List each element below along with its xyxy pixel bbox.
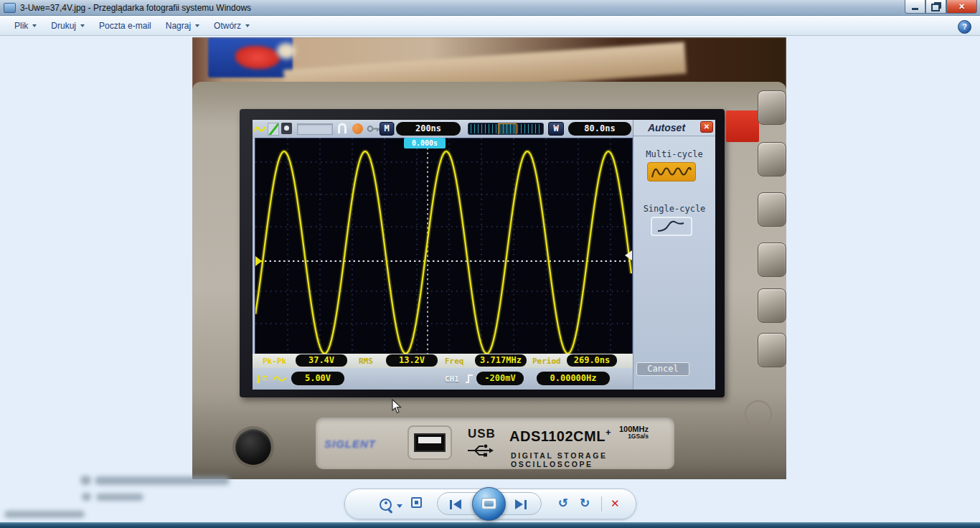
minimize-icon — [912, 8, 918, 10]
scope-type-label: DIGITAL STORAGE OSCILLOSCOPE — [511, 451, 674, 468]
minimize-button[interactable] — [905, 0, 925, 14]
usb-port — [407, 425, 452, 460]
acquire-dot-icon — [352, 123, 363, 134]
close-icon: ✕ — [958, 2, 965, 11]
magnifier-handle — [387, 508, 393, 514]
meas-value-rms: 13.2V — [386, 354, 438, 367]
autoset-cancel-button: Cancel — [636, 362, 689, 376]
bandwidth-label: 100MHz — [619, 425, 649, 433]
mouse-cursor — [392, 399, 403, 415]
graticule — [255, 138, 633, 355]
background-window-item — [96, 494, 143, 501]
menu-nagraj[interactable]: Nagraj — [159, 18, 207, 34]
background-window-item-icon — [80, 476, 91, 485]
next-icon — [524, 500, 527, 509]
background-blue-box — [208, 37, 293, 77]
chevron-down-icon — [32, 24, 37, 27]
close-button[interactable]: ✕ — [946, 0, 977, 14]
window-timebase-value: 80.0ns — [568, 122, 631, 136]
autoset-title: Autoset — [633, 122, 699, 133]
previous-icon — [453, 499, 461, 509]
sine-wave-path — [255, 151, 631, 354]
autoset-separator — [633, 136, 715, 136]
restore-button[interactable] — [925, 0, 946, 14]
single-cycle-icon — [652, 218, 691, 235]
rotate-clockwise-button[interactable]: ↻ — [580, 495, 590, 511]
channel-status-bar: 5.00V CH1 -200mV 0.00000Hz — [253, 368, 633, 390]
autoset-menu-panel: Autoset ✕ Multi-cycle Single-cycle Cance… — [633, 120, 715, 390]
meas-value-freq: 3.717MHz — [475, 354, 527, 367]
single-cycle-button — [651, 217, 692, 236]
background-window-item-icon — [82, 493, 91, 501]
menu-plik[interactable]: Plik — [7, 18, 44, 34]
scope-soft-button — [758, 90, 786, 125]
window-controls: ✕ — [905, 0, 977, 14]
next-icon — [515, 499, 523, 509]
menu-label: Plik — [14, 21, 28, 31]
rising-edge-icon — [465, 374, 473, 384]
background-statusbar-text — [4, 511, 85, 518]
sample-rate-label: 1GSa/s — [619, 433, 649, 440]
usb-trident-icon — [466, 443, 494, 458]
previous-button[interactable] — [450, 499, 461, 509]
red-sticker — [726, 110, 759, 142]
scope-power-button — [235, 429, 271, 465]
autoset-close-button: ✕ — [700, 121, 713, 133]
menu-label: Drukuj — [51, 21, 76, 31]
scope-soft-button — [758, 333, 786, 367]
ch1-wave-icon — [254, 123, 266, 134]
multi-cycle-button — [647, 162, 696, 182]
strip-zoom-window — [498, 123, 517, 135]
slideshow-icon — [481, 498, 496, 509]
single-cycle-label: Single-cycle — [633, 204, 715, 214]
scope-lcd: M 200ns W 80.0ns — [253, 120, 715, 390]
graticule-svg — [255, 138, 632, 354]
zoom-button[interactable] — [359, 492, 394, 515]
meas-label-pkpk: Pk-Pk — [263, 357, 286, 366]
scope-soft-button — [758, 242, 786, 277]
display-mode-icon — [281, 123, 292, 134]
viewer-toolbar: ↺ ↻ ✕ — [344, 489, 636, 519]
ch2-slash-icon — [268, 123, 279, 136]
menu-drukuj[interactable]: Drukuj — [44, 18, 92, 34]
actual-size-icon — [415, 501, 418, 504]
photo-viewer-app-icon — [4, 3, 16, 13]
menu-otworz[interactable]: Otwórz — [207, 18, 257, 34]
window-title: 3-Uwe=37,4V.jpg - Przeglądarka fotografi… — [20, 3, 251, 13]
scope-soft-button — [758, 192, 786, 227]
volts-per-div-value: 5.00V — [291, 372, 344, 385]
chevron-down-icon — [80, 24, 85, 27]
frequency-counter-value: 0.00000Hz — [537, 372, 610, 385]
restore-icon — [931, 4, 940, 11]
model-specs: 100MHz 1GSa/s — [619, 425, 649, 440]
actual-size-button[interactable] — [411, 497, 422, 508]
taskbar — [0, 522, 980, 528]
pulse-icon — [338, 123, 347, 134]
previous-icon — [450, 500, 452, 509]
delete-button[interactable]: ✕ — [611, 496, 620, 511]
toolbar-divider — [601, 496, 602, 512]
rotate-counterclockwise-button[interactable]: ↺ — [558, 495, 568, 511]
multi-cycle-icon — [648, 163, 695, 181]
menu-label: Otwórz — [214, 21, 241, 31]
front-panel-plate: SIGLENT USB ADS1102CML+ 100MHz 1GSa/s DI… — [316, 418, 674, 469]
meas-label-rms: RMS — [359, 357, 373, 366]
main-timebase-value: 200ns — [396, 122, 461, 136]
measurement-bar: Pk-Pk 37.4V RMS 13.2V Freq 3.717MHz Peri… — [253, 354, 633, 368]
siglent-logo: SIGLENT — [324, 438, 376, 450]
sine-wave-glow — [255, 151, 631, 354]
scope-soft-button — [758, 142, 786, 176]
meas-value-pkpk: 37.4V — [296, 354, 347, 367]
trigger-offset-badge: 0.000s — [404, 138, 446, 148]
model-plus: + — [606, 427, 611, 438]
chevron-down-icon — [195, 24, 199, 27]
menu-poczta-email[interactable]: Poczta e-mail — [92, 18, 159, 34]
background-window-item — [95, 476, 230, 485]
next-button[interactable] — [515, 499, 527, 509]
slideshow-button[interactable] — [472, 487, 506, 521]
menu-label: Poczta e-mail — [99, 21, 151, 31]
help-button[interactable]: ? — [958, 20, 971, 34]
window-timebase-badge: W — [548, 122, 564, 136]
background-red-graphic — [235, 46, 280, 69]
zoom-dropdown-arrow[interactable] — [397, 504, 402, 508]
